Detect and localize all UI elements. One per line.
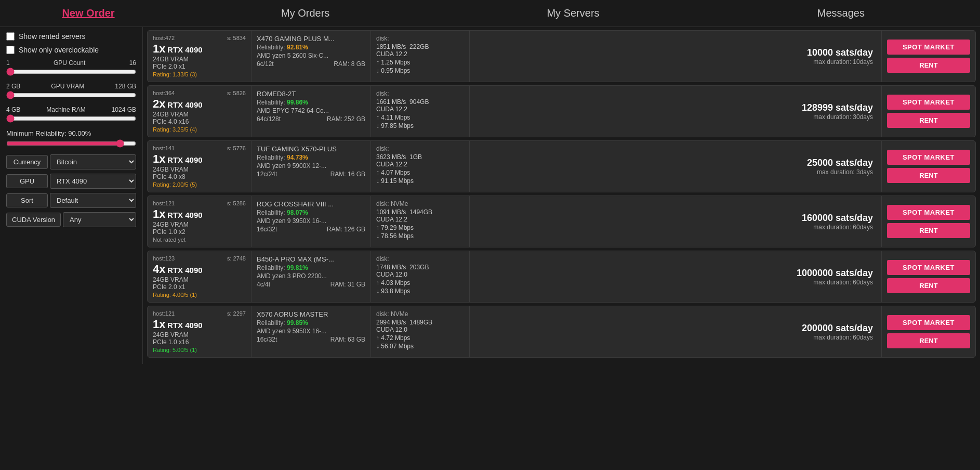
- server-price-1: 128999 sats/day max duration: 30days: [470, 86, 882, 137]
- server-card: host:121 s: 5286 1x RTX 4090 24GB VRAM P…: [147, 195, 976, 247]
- rent-button-3[interactable]: RENT: [887, 223, 970, 238]
- rent-button-5[interactable]: RENT: [887, 333, 970, 348]
- show-overclockable-checkbox[interactable]: [6, 46, 15, 54]
- server-rating-1: Rating: 3.25/5 (4): [153, 126, 246, 133]
- server-gpu-name-2: RTX 4090: [167, 155, 203, 164]
- server-disk-speed-5: 2994 MB/s 1489GB: [376, 319, 464, 326]
- gpu-label: GPU: [6, 174, 48, 188]
- spot-market-button-4[interactable]: SPOT MARKET: [887, 260, 970, 275]
- server-middle-3: ROG CROSSHAIR VIII ... Reliability: 98.0…: [251, 196, 371, 247]
- server-price-sats-2: 25000 sats/day: [478, 158, 873, 168]
- server-card: host:121 s: 2297 1x RTX 4090 24GB VRAM P…: [147, 306, 976, 358]
- server-gpu-line-1: 2x RTX 4090: [153, 97, 246, 111]
- server-price-duration-0: max duration: 10days: [478, 58, 873, 66]
- spot-market-button-3[interactable]: SPOT MARKET: [887, 205, 970, 220]
- server-reliability-val-0: 92.81%: [287, 44, 308, 51]
- my-orders-link[interactable]: My Orders: [171, 7, 439, 19]
- rent-button-4[interactable]: RENT: [887, 278, 970, 293]
- spot-market-button-5[interactable]: SPOT MARKET: [887, 315, 970, 330]
- server-pcie-0: PCIe 2.0 x1: [153, 63, 246, 70]
- show-rented-row: Show rented servers: [6, 32, 136, 41]
- server-mobo-3: ROG CROSSHAIR VIII ...: [257, 200, 365, 208]
- server-cores-ram-1: 64c/128t RAM: 252 GB: [257, 115, 365, 123]
- messages-link[interactable]: Messages: [707, 7, 975, 19]
- my-servers-link[interactable]: My Servers: [439, 7, 707, 19]
- machine-ram-slider[interactable]: [6, 114, 136, 123]
- cuda-select[interactable]: Any: [63, 212, 136, 227]
- server-ram-0: RAM: 8 GB: [334, 60, 365, 68]
- server-rating-0: Rating: 1.33/5 (3): [153, 71, 246, 77]
- server-mobo-4: B450-A PRO MAX (MS-...: [257, 255, 365, 263]
- server-actions-2: SPOT MARKET RENT: [882, 141, 975, 192]
- server-gpu-line-3: 1x RTX 4090: [153, 207, 246, 221]
- spot-market-button-2[interactable]: SPOT MARKET: [887, 150, 970, 165]
- server-reliability-val-5: 99.85%: [287, 319, 308, 327]
- server-disk-4: disk: 1748 MB/s 203GB CUDA 12.0 ↑ 4.03 M…: [371, 251, 470, 302]
- server-cuda-0: CUDA 12.2: [376, 50, 464, 58]
- server-reliability-val-2: 94.73%: [287, 154, 308, 161]
- machine-ram-section: 4 GB Machine RAM 1024 GB: [6, 106, 136, 124]
- server-disk-0: disk: 1851 MB/s 222GB CUDA 12.2 ↑ 1.25 M…: [371, 31, 470, 82]
- sidebar: Show rented servers Show only overclocka…: [0, 27, 143, 364]
- currency-select[interactable]: Bitcoin: [50, 154, 136, 169]
- show-rented-checkbox[interactable]: [6, 32, 15, 41]
- server-card: host:364 s: 5826 2x RTX 4090 24GB VRAM P…: [147, 85, 976, 137]
- gpu-count-slider[interactable]: [6, 68, 136, 76]
- server-price-0: 10000 sats/day max duration: 10days: [470, 31, 882, 82]
- sort-select[interactable]: Default: [50, 193, 136, 208]
- server-price-sats-1: 128999 sats/day: [478, 102, 873, 113]
- gpu-vram-slider[interactable]: [6, 91, 136, 99]
- header: New Order My Orders My Servers Messages: [0, 0, 980, 27]
- server-net-down-3: ↓ 78.56 Mbps: [376, 232, 464, 240]
- server-cpu-5: AMD yzen 9 5950X 16-...: [257, 328, 365, 335]
- server-cuda-2: CUDA 12.2: [376, 161, 464, 168]
- spot-market-button-0[interactable]: SPOT MARKET: [887, 40, 970, 55]
- server-score-4: s: 2748: [227, 255, 246, 262]
- server-middle-0: X470 GAMING PLUS M... Reliability: 92.81…: [251, 31, 371, 82]
- server-vram-2: 24GB VRAM: [153, 166, 246, 173]
- server-rating-5: Rating: 5.00/5 (1): [153, 347, 246, 353]
- server-score-3: s: 5286: [227, 200, 246, 206]
- server-actions-5: SPOT MARKET RENT: [882, 306, 975, 357]
- reliability-slider[interactable]: [6, 139, 136, 148]
- gpu-select[interactable]: RTX 4090: [50, 174, 136, 189]
- spot-market-button-1[interactable]: SPOT MARKET: [887, 95, 970, 110]
- server-net-up-5: ↑ 4.72 Mbps: [376, 334, 464, 342]
- server-card: host:141 s: 5776 1x RTX 4090 24GB VRAM P…: [147, 140, 976, 192]
- server-mobo-5: X570 AORUS MASTER: [257, 310, 365, 318]
- gpu-count-min: 1: [6, 59, 10, 67]
- server-net-up-1: ↑ 4.11 Mbps: [376, 114, 464, 121]
- reliability-section: Minimum Reliability: 90.00%: [6, 129, 136, 149]
- server-cpu-0: AMD yzen 5 2600 Six-C...: [257, 52, 365, 59]
- rent-button-2[interactable]: RENT: [887, 168, 970, 183]
- server-net-up-2: ↑ 4.07 Mbps: [376, 169, 464, 176]
- rent-button-1[interactable]: RENT: [887, 113, 970, 128]
- new-order-link[interactable]: New Order: [5, 7, 171, 19]
- server-left-5: host:121 s: 2297 1x RTX 4090 24GB VRAM P…: [148, 306, 251, 357]
- server-score-2: s: 5776: [227, 145, 246, 151]
- server-disk-3: disk: NVMe 1091 MB/s 1494GB CUDA 12.2 ↑ …: [371, 196, 470, 247]
- server-price-sats-3: 160000 sats/day: [478, 213, 873, 224]
- server-disk-label-5: disk: NVMe: [376, 310, 464, 318]
- server-net-up-0: ↑ 1.25 Mbps: [376, 59, 464, 66]
- server-cpu-2: AMD yzen 9 5900X 12-...: [257, 162, 365, 169]
- server-host-0: host:472: [153, 35, 175, 41]
- server-gpu-line-2: 1x RTX 4090: [153, 152, 246, 166]
- server-vram-1: 24GB VRAM: [153, 111, 246, 118]
- server-reliability-1: Reliability: 99.86%: [257, 99, 365, 106]
- server-gpu-name-4: RTX 4090: [167, 266, 203, 275]
- server-cores-5: 16c/32t: [257, 336, 277, 343]
- server-gpu-count-5: 1x: [153, 318, 165, 331]
- server-gpu-line-0: 1x RTX 4090: [153, 42, 246, 56]
- show-rented-label: Show rented servers: [19, 32, 85, 41]
- cuda-label: CUDA Version: [6, 213, 61, 227]
- server-cores-2: 12c/24t: [257, 171, 277, 178]
- server-disk-label-4: disk:: [376, 255, 464, 263]
- server-pcie-1: PCIe 4.0 x16: [153, 118, 246, 125]
- server-disk-1: disk: 1661 MB/s 904GB CUDA 12.2 ↑ 4.11 M…: [371, 86, 470, 137]
- server-middle-4: B450-A PRO MAX (MS-... Reliability: 99.8…: [251, 251, 371, 302]
- server-disk-label-0: disk:: [376, 35, 464, 42]
- server-card: host:123 s: 2748 4x RTX 4090 24GB VRAM P…: [147, 251, 976, 303]
- server-left-1: host:364 s: 5826 2x RTX 4090 24GB VRAM P…: [148, 86, 251, 137]
- rent-button-0[interactable]: RENT: [887, 58, 970, 73]
